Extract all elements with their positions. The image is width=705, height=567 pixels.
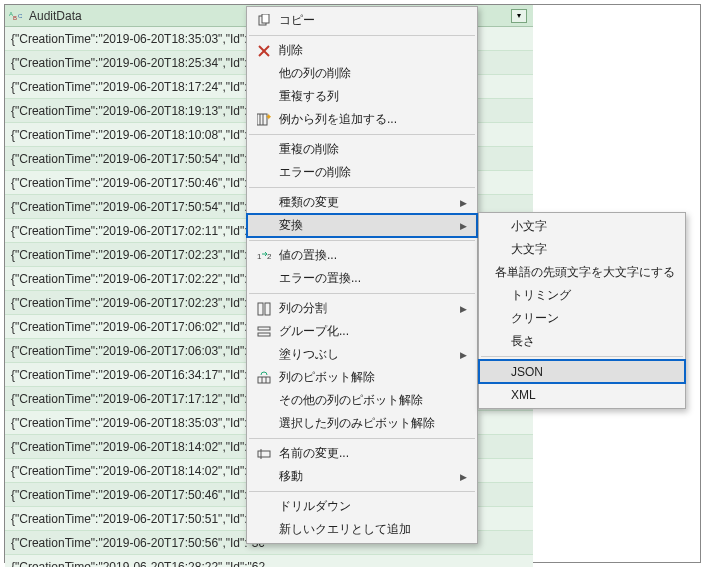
menu-add-as-query[interactable]: 新しいクエリとして追加 xyxy=(247,518,477,541)
svg-rect-20 xyxy=(258,451,270,457)
submenu-arrow-icon: ▶ xyxy=(460,350,467,360)
svg-text:C: C xyxy=(18,13,23,19)
menu-separator xyxy=(249,134,475,135)
menu-remove-errors[interactable]: エラーの削除 xyxy=(247,161,477,184)
menu-separator xyxy=(249,35,475,36)
submenu-arrow-icon: ▶ xyxy=(460,472,467,482)
svg-rect-13 xyxy=(258,303,263,315)
menu-remove-duplicates[interactable]: 重複の削除 xyxy=(247,138,477,161)
menu-separator xyxy=(249,293,475,294)
menu-trim[interactable]: トリミング xyxy=(479,284,685,307)
menu-drill-down[interactable]: ドリルダウン xyxy=(247,495,477,518)
copy-icon xyxy=(253,14,275,28)
menu-separator xyxy=(249,438,475,439)
submenu-arrow-icon: ▶ xyxy=(460,304,467,314)
svg-text:✦: ✦ xyxy=(265,113,271,122)
context-menu-column: コピー 削除 他の列の削除 重複する列 ✦ 例から列を追加する... 重複の削除… xyxy=(246,6,478,544)
menu-separator xyxy=(249,491,475,492)
menu-add-column-from-examples[interactable]: ✦ 例から列を追加する... xyxy=(247,108,477,131)
menu-separator xyxy=(481,356,683,357)
replace-icon: 12 xyxy=(253,249,275,263)
menu-rename[interactable]: 名前の変更... xyxy=(247,442,477,465)
menu-capitalize-words[interactable]: 各単語の先頭文字を大文字にする xyxy=(479,261,685,284)
svg-rect-4 xyxy=(262,14,269,23)
rename-icon xyxy=(253,447,275,461)
menu-separator xyxy=(249,187,475,188)
menu-replace-values[interactable]: 12 値の置換... xyxy=(247,244,477,267)
svg-rect-15 xyxy=(258,327,270,330)
column-filter-dropdown[interactable]: ▾ xyxy=(511,9,527,23)
svg-text:2: 2 xyxy=(267,252,271,261)
menu-uppercase[interactable]: 大文字 xyxy=(479,238,685,261)
menu-unpivot-selected[interactable]: 選択した列のみピボット解除 xyxy=(247,412,477,435)
split-icon xyxy=(253,302,275,316)
menu-remove[interactable]: 削除 xyxy=(247,39,477,62)
group-icon xyxy=(253,325,275,339)
menu-group-by[interactable]: グループ化... xyxy=(247,320,477,343)
menu-copy[interactable]: コピー xyxy=(247,9,477,32)
menu-clean[interactable]: クリーン xyxy=(479,307,685,330)
menu-length[interactable]: 長さ xyxy=(479,330,685,353)
add-col-icon: ✦ xyxy=(253,113,275,127)
menu-unpivot[interactable]: 列のピボット解除 xyxy=(247,366,477,389)
svg-rect-14 xyxy=(265,303,270,315)
remove-icon xyxy=(253,45,275,57)
submenu-arrow-icon: ▶ xyxy=(460,221,467,231)
menu-split-column[interactable]: 列の分割▶ xyxy=(247,297,477,320)
menu-duplicate-column[interactable]: 重複する列 xyxy=(247,85,477,108)
column-type-icon: ABC xyxy=(9,10,27,22)
menu-unpivot-other[interactable]: その他の列のピボット解除 xyxy=(247,389,477,412)
menu-move[interactable]: 移動▶ xyxy=(247,465,477,488)
menu-lowercase[interactable]: 小文字 xyxy=(479,215,685,238)
svg-text:B: B xyxy=(13,15,17,21)
unpivot-icon xyxy=(253,371,275,385)
menu-fill[interactable]: 塗りつぶし▶ xyxy=(247,343,477,366)
menu-replace-errors[interactable]: エラーの置換... xyxy=(247,267,477,290)
context-menu-transform: 小文字 大文字 各単語の先頭文字を大文字にする トリミング クリーン 長さ JS… xyxy=(478,212,686,409)
menu-remove-others[interactable]: 他の列の削除 xyxy=(247,62,477,85)
menu-change-type[interactable]: 種類の変更▶ xyxy=(247,191,477,214)
menu-transform[interactable]: 変換▶ xyxy=(247,214,477,237)
svg-text:1: 1 xyxy=(257,252,262,261)
menu-separator xyxy=(249,240,475,241)
submenu-arrow-icon: ▶ xyxy=(460,198,467,208)
svg-rect-17 xyxy=(258,377,270,383)
menu-xml[interactable]: XML xyxy=(479,383,685,406)
svg-rect-16 xyxy=(258,333,270,336)
table-row[interactable]: {"CreationTime":"2019-06-20T16:28:22","I… xyxy=(5,555,533,567)
menu-json[interactable]: JSON xyxy=(479,360,685,383)
